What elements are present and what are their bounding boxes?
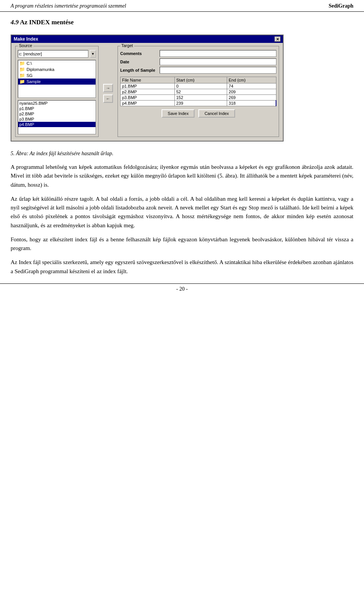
cell-filename: p3.BMP — [121, 95, 175, 101]
drive-row: c: [rendszer] ▼ — [18, 50, 96, 58]
header-right: SediGraph — [329, 3, 353, 9]
section-title: Az INDEX mentése — [20, 19, 74, 26]
cell-end: 318 — [227, 101, 276, 106]
close-button[interactable]: ✕ — [275, 36, 281, 42]
file-item-nyarias[interactable]: nyarias25.BMP — [18, 101, 96, 106]
file-table: File Name Start (cm) End (cm) p1.BMP 0 7… — [120, 77, 276, 106]
dialog-titlebar: Make Index ✕ — [11, 35, 283, 43]
cell-start: 239 — [174, 101, 227, 106]
header-left: A program részletes ismertetése programo… — [11, 3, 126, 9]
target-panel-legend: Target — [120, 43, 134, 48]
target-fields: Comments Date Length of Sample — [120, 50, 276, 74]
file-item-p3[interactable]: p3.BMP — [18, 116, 96, 122]
paragraph-2: Az űrlap két különálló részre tagolt. A … — [0, 195, 364, 230]
table-row: p2.BMP 52 209 — [121, 89, 276, 95]
dir-label: Diplomamunka — [27, 67, 54, 72]
date-input[interactable] — [160, 58, 276, 65]
file-listbox[interactable]: nyarias25.BMP p1.BMP p2.BMP p3.BMP p4.BM… — [18, 100, 96, 134]
dir-item-diplomamunka[interactable]: 📁 Diplomamunka — [18, 66, 96, 72]
date-label: Date — [120, 60, 158, 64]
cell-end: 209 — [227, 89, 276, 95]
drive-dropdown-btn[interactable]: ▼ — [90, 50, 96, 58]
cell-filename: p2.BMP — [121, 89, 175, 95]
col-filename: File Name — [121, 77, 175, 83]
cell-filename: p1.BMP — [121, 83, 175, 89]
cell-filename: p4.BMP — [121, 101, 175, 106]
length-row: Length of Sample — [120, 67, 276, 74]
drive-value: c: [rendszer] — [19, 52, 42, 56]
dialog-buttons: Save Index Cancel Index — [120, 109, 276, 118]
col-start: Start (cm) — [174, 77, 227, 83]
save-index-button[interactable]: Save Index — [162, 109, 195, 118]
section-heading: 4.9 Az INDEX mentése — [0, 19, 364, 26]
folder-icon: 📁 — [19, 73, 25, 78]
page-number: - 20 - — [176, 286, 188, 292]
length-input[interactable] — [160, 67, 276, 74]
cancel-index-button[interactable]: Cancel Index — [198, 109, 235, 118]
dir-label: SG — [27, 73, 33, 78]
arrow-right-btn[interactable]: → — [103, 84, 113, 92]
arrow-buttons: → ← — [102, 50, 114, 137]
cell-start: 152 — [174, 95, 227, 101]
dialog-wrapper: Make Index ✕ Source c: [rendszer] ▼ 📁 — [0, 35, 364, 142]
date-row: Date — [120, 58, 276, 65]
dir-item-sg[interactable]: 📁 SG — [18, 72, 96, 79]
dir-item-sample[interactable]: 📁 Sample — [18, 79, 96, 85]
source-panel: Source c: [rendszer] ▼ 📁 C:\ 📁 — [15, 46, 99, 137]
drive-select[interactable]: c: [rendszer] — [18, 50, 88, 58]
cell-end: 269 — [227, 95, 276, 101]
dir-item-c[interactable]: 📁 C:\ — [18, 60, 96, 66]
dialog-title: Make Index — [14, 36, 38, 42]
table-row: p4.BMP 239 318 — [121, 101, 276, 106]
dir-listbox[interactable]: 📁 C:\ 📁 Diplomamunka 📁 SG 📁 Sample — [18, 60, 96, 98]
cell-start: 0 — [174, 83, 227, 89]
file-item-p2[interactable]: p2.BMP — [18, 111, 96, 116]
dialog-body: Source c: [rendszer] ▼ 📁 C:\ 📁 — [11, 43, 283, 141]
comments-label: Comments — [120, 51, 158, 56]
paragraph-4: Az Index fájl speciális szerkezetű, amel… — [0, 258, 364, 276]
source-panel-legend: Source — [18, 43, 33, 48]
section-number: 4.9 — [11, 19, 19, 26]
col-end: End (cm) — [227, 77, 276, 83]
file-item-p1[interactable]: p1.BMP — [18, 106, 96, 111]
paragraph-1: A programmal lehetőség van képek automat… — [0, 163, 364, 189]
folder-icon: 📁 — [19, 61, 25, 66]
page-footer: - 20 - — [0, 283, 364, 294]
table-row: p3.BMP 152 269 — [121, 95, 276, 101]
file-item-p4[interactable]: p4.BMP — [18, 122, 96, 127]
figure-caption: 5. Ábra: Az index fájl készítésére haszn… — [0, 148, 364, 163]
dialog-window: Make Index ✕ Source c: [rendszer] ▼ 📁 — [11, 35, 284, 142]
cell-start: 52 — [174, 89, 227, 95]
folder-icon: 📁 — [19, 67, 25, 72]
comments-row: Comments — [120, 50, 276, 57]
dir-label: C:\ — [27, 61, 32, 66]
cell-end: 74 — [227, 83, 276, 89]
dir-label: Sample — [27, 79, 41, 84]
paragraph-3: Fontos, hogy az elkészített index fájl é… — [0, 235, 364, 253]
page-header: A program részletes ismertetése programo… — [0, 0, 364, 12]
caption-text: 5. Ábra: Az index fájl készítésére haszn… — [11, 151, 113, 156]
length-label: Length of Sample — [120, 68, 158, 72]
folder-icon: 📁 — [19, 79, 25, 84]
target-panel: Target Comments Date Length of Sample — [118, 46, 279, 137]
arrow-left-btn[interactable]: ← — [103, 94, 113, 103]
table-row: p1.BMP 0 74 — [121, 83, 276, 89]
comments-input[interactable] — [160, 50, 276, 57]
